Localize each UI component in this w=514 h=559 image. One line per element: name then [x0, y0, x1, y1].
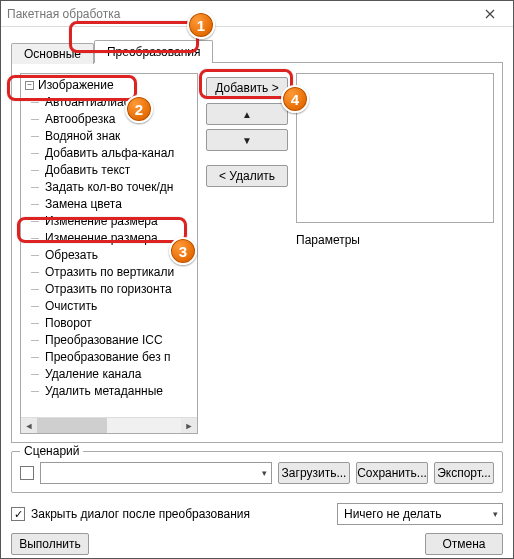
tree-root-image[interactable]: − Изображение: [25, 78, 197, 92]
transformations-panel: − Изображение АвтоантиалиасАвтообрезкаВо…: [11, 63, 503, 443]
tree-item[interactable]: Изменение размера: [43, 230, 197, 247]
move-down-button[interactable]: ▼: [206, 129, 288, 151]
operations-tree[interactable]: − Изображение АвтоантиалиасАвтообрезкаВо…: [20, 73, 198, 434]
scroll-right-icon[interactable]: ►: [181, 418, 197, 433]
after-action-value: Ничего не делать: [344, 507, 442, 521]
scroll-left-icon[interactable]: ◄: [21, 418, 37, 433]
tree-item[interactable]: Удаление канала: [43, 366, 197, 383]
tree-item[interactable]: Очистить: [43, 298, 197, 315]
close-after-checkbox[interactable]: ✓: [11, 507, 25, 521]
delete-button[interactable]: < Удалить: [206, 165, 288, 187]
parameters-label: Параметры: [296, 233, 494, 247]
close-icon: [485, 9, 495, 19]
tree-item[interactable]: Преобразование без п: [43, 349, 197, 366]
batch-processing-dialog: Пакетная обработка Основные Преобразован…: [0, 0, 514, 559]
tree-root-label: Изображение: [38, 78, 114, 92]
scenario-legend: Сценарий: [20, 444, 83, 458]
tree-item[interactable]: Замена цвета: [43, 196, 197, 213]
tree-item[interactable]: Добавить альфа-канал: [43, 145, 197, 162]
horizontal-scrollbar[interactable]: ◄ ►: [21, 417, 197, 433]
triangle-down-icon: ▼: [242, 135, 252, 146]
close-button[interactable]: [473, 4, 507, 24]
tree-item[interactable]: Поворот: [43, 315, 197, 332]
titlebar: Пакетная обработка: [1, 1, 513, 27]
after-action-combo[interactable]: Ничего не делать ▾: [337, 503, 503, 525]
tree-item[interactable]: Автообрезка: [43, 111, 197, 128]
tree-item[interactable]: Задать кол-во точек/дн: [43, 179, 197, 196]
triangle-up-icon: ▲: [242, 109, 252, 120]
transfer-buttons: Добавить > ▲ ▼ < Удалить: [206, 73, 288, 434]
tree-item[interactable]: Отразить по вертикали: [43, 264, 197, 281]
load-button[interactable]: Загрузить...: [278, 462, 350, 484]
collapse-icon[interactable]: −: [25, 81, 34, 90]
dialog-buttons: Выполнить Отмена: [11, 533, 503, 555]
run-button[interactable]: Выполнить: [11, 533, 89, 555]
scenario-checkbox[interactable]: [20, 466, 34, 480]
window-title: Пакетная обработка: [7, 7, 473, 21]
chevron-down-icon: ▾: [493, 509, 498, 519]
scenario-group: Сценарий ▾ Загрузить... Сохранить... Экс…: [11, 451, 503, 493]
selected-operations-list[interactable]: [296, 73, 494, 223]
scrollbar-thumb[interactable]: [37, 418, 107, 433]
tree-item[interactable]: Автоантиалиас: [43, 94, 197, 111]
selected-operations-area: Параметры: [296, 73, 494, 434]
parameters-group: Параметры: [296, 233, 494, 434]
tree-item[interactable]: Обрезать: [43, 247, 197, 264]
scenario-combo[interactable]: ▾: [40, 462, 272, 484]
tree-item[interactable]: Изменение размера: [43, 213, 197, 230]
save-button[interactable]: Сохранить...: [356, 462, 428, 484]
tab-main[interactable]: Основные: [11, 43, 94, 64]
chevron-down-icon: ▾: [262, 468, 267, 478]
move-up-button[interactable]: ▲: [206, 103, 288, 125]
tree-item[interactable]: Удалить метаданные: [43, 383, 197, 400]
tab-bar: Основные Преобразования: [11, 35, 503, 63]
add-button[interactable]: Добавить >: [206, 77, 288, 99]
tree-item[interactable]: Водяной знак: [43, 128, 197, 145]
tree-item[interactable]: Преобразование ICC: [43, 332, 197, 349]
tab-transformations[interactable]: Преобразования: [94, 40, 214, 63]
export-button[interactable]: Экспорт...: [434, 462, 494, 484]
close-after-row: ✓ Закрыть диалог после преобразования Ни…: [11, 503, 503, 525]
tree-item[interactable]: Отразить по горизонта: [43, 281, 197, 298]
close-after-label: Закрыть диалог после преобразования: [31, 507, 250, 521]
cancel-button[interactable]: Отмена: [425, 533, 503, 555]
tree-item[interactable]: Добавить текст: [43, 162, 197, 179]
